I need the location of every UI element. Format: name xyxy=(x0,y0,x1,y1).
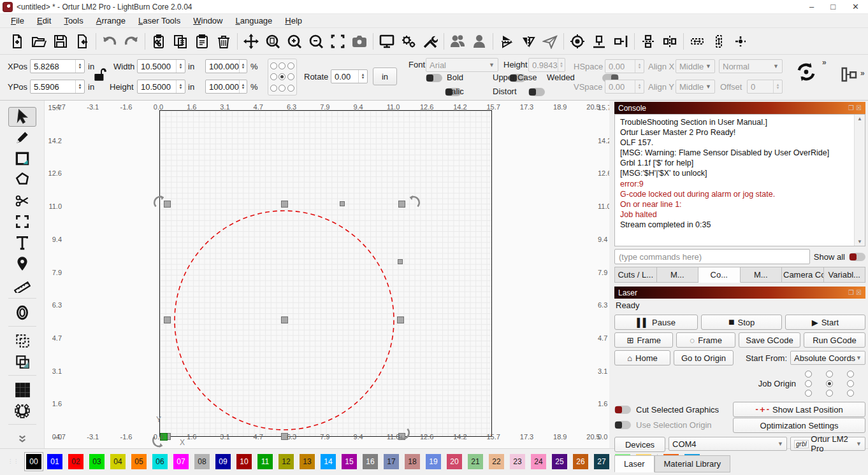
flip-horizontal-icon[interactable] xyxy=(517,31,539,52)
delete-icon[interactable] xyxy=(213,31,235,52)
align-bottom-icon[interactable] xyxy=(588,31,610,52)
pause-button[interactable]: ▌▌Pause xyxy=(614,315,698,330)
selected-circle-shape[interactable] xyxy=(45,101,609,448)
frame-circle-button[interactable]: ◌Frame xyxy=(676,332,735,348)
toolbar-overflow-chevron[interactable]: » xyxy=(822,58,827,67)
menu-window[interactable]: Window xyxy=(187,15,228,27)
menu-arrange[interactable]: Arrange xyxy=(90,15,131,27)
palette-color-24[interactable]: 24 xyxy=(531,454,546,469)
rotate-handle-top-left[interactable] xyxy=(153,195,167,209)
cut-shapes-tool-icon[interactable] xyxy=(8,191,36,211)
palette-color-02[interactable]: 02 xyxy=(68,454,83,469)
palette-color-03[interactable]: 03 xyxy=(89,454,105,469)
palette-color-25[interactable]: 25 xyxy=(552,454,567,469)
weld-shapes-tool-icon[interactable] xyxy=(8,330,36,350)
menu-help[interactable]: Help xyxy=(279,15,308,27)
maximize-button[interactable]: □ xyxy=(830,2,835,11)
palette-color-07[interactable]: 07 xyxy=(173,454,189,469)
copy-icon[interactable] xyxy=(170,31,191,52)
palette-color-20[interactable]: 20 xyxy=(447,454,462,469)
font-combo[interactable]: Arial▼ xyxy=(426,58,498,72)
aligny-combo[interactable]: Middle▼ xyxy=(676,80,715,94)
save-file-icon[interactable] xyxy=(50,31,71,52)
optimization-settings-button[interactable]: Optimization Settings xyxy=(733,418,865,433)
units-button[interactable]: in xyxy=(373,67,397,85)
selection-shear-handle-top[interactable] xyxy=(340,201,345,206)
width-field[interactable]: 10.5000▲▼ xyxy=(137,59,185,73)
boolean-tool-icon[interactable] xyxy=(8,351,36,371)
palette-color-26[interactable]: 26 xyxy=(573,454,588,469)
canvas-viewport[interactable]: Y X -4.7-4.7-3.1-3.1-1.6-1.60.00.01.61.6… xyxy=(45,101,609,448)
cut-selected-toggle[interactable] xyxy=(614,406,631,414)
use-selection-origin-toggle[interactable] xyxy=(614,421,631,429)
aspect-lock-icon[interactable] xyxy=(92,66,108,85)
float-panel-icon[interactable]: ❐ xyxy=(848,289,854,296)
palette-color-08[interactable]: 08 xyxy=(194,454,210,469)
dock-tab[interactable]: M... xyxy=(657,267,699,283)
font-height-field[interactable]: 0.9843▲▼ xyxy=(528,58,565,72)
palette-color-18[interactable]: 18 xyxy=(405,454,420,469)
ypos-field[interactable]: 5.5906▲▼ xyxy=(30,80,85,94)
show-position-icon[interactable] xyxy=(730,31,751,52)
start-from-combo[interactable]: Absolute Coords▼ xyxy=(790,351,865,365)
console-command-input[interactable]: (type commands here) xyxy=(614,249,810,264)
general-settings-icon[interactable] xyxy=(419,31,441,52)
palette-color-09[interactable]: 09 xyxy=(215,454,231,469)
measure-tool-icon[interactable] xyxy=(8,275,36,295)
palette-color-21[interactable]: 21 xyxy=(468,454,483,469)
refresh-text-icon[interactable] xyxy=(795,61,817,83)
cut-icon[interactable] xyxy=(148,31,170,52)
frame-rect-button[interactable]: ⊞Frame xyxy=(614,332,673,348)
zoom-in-icon[interactable] xyxy=(284,31,305,52)
palette-color-10[interactable]: 10 xyxy=(236,454,252,469)
height-field[interactable]: 10.5000▲▼ xyxy=(137,80,185,94)
send-icon[interactable] xyxy=(539,31,561,52)
draw-lines-tool-icon[interactable] xyxy=(8,128,36,148)
selection-handle-middle-left[interactable] xyxy=(164,316,171,323)
dock-tab[interactable]: Camera Co... xyxy=(782,267,824,283)
undo-icon[interactable] xyxy=(99,31,120,52)
text-mode-combo[interactable]: Normal▼ xyxy=(719,59,783,73)
new-file-icon[interactable] xyxy=(6,31,28,52)
selection-shear-handle-right[interactable] xyxy=(398,259,403,264)
selection-handle-middle-right[interactable] xyxy=(397,316,404,323)
circular-array-tool-icon[interactable] xyxy=(8,401,36,420)
float-panel-icon[interactable]: ❐ xyxy=(848,104,854,111)
flip-vertical-icon[interactable] xyxy=(496,31,517,52)
text-tool-icon[interactable] xyxy=(8,233,36,253)
dock-tab[interactable]: Cuts / L... xyxy=(614,267,657,283)
grid-array-tool-icon[interactable] xyxy=(8,379,36,399)
job-origin-grid[interactable] xyxy=(805,371,854,397)
palette-color-11[interactable]: 11 xyxy=(257,454,273,469)
selection-handle-top-right[interactable] xyxy=(398,201,405,208)
polygon-tool-icon[interactable] xyxy=(8,170,36,190)
distribute-vertical-icon[interactable] xyxy=(659,31,681,52)
stop-button[interactable]: ■Stop xyxy=(701,315,781,330)
palette-grip[interactable]: ⋮⋮ xyxy=(8,458,19,464)
palette-color-27[interactable]: 27 xyxy=(594,454,609,469)
devices-button[interactable]: Devices xyxy=(614,437,665,452)
palette-color-12[interactable]: 12 xyxy=(278,454,294,469)
panel-tab-laser[interactable]: Laser xyxy=(614,455,655,472)
width-percent-field[interactable]: 100.000▲▼ xyxy=(205,59,247,73)
close-button[interactable]: ✕ xyxy=(852,2,859,11)
same-height-icon[interactable] xyxy=(708,31,730,52)
console-output[interactable]: ▲▼ TroubleShooting Section in User Manua… xyxy=(614,114,865,246)
group-icon[interactable] xyxy=(447,31,468,52)
distribute-horizontal-icon[interactable] xyxy=(637,31,659,52)
dock-layout-icon[interactable] xyxy=(840,65,859,84)
align-right-icon[interactable] xyxy=(610,31,632,52)
home-button[interactable]: ⌂Home xyxy=(614,350,670,365)
zoom-out-icon[interactable] xyxy=(305,31,327,52)
port-combo[interactable]: COM4▼ xyxy=(669,437,787,451)
xpos-field[interactable]: 5.8268▲▼ xyxy=(30,59,85,73)
offset-shapes-tool-icon[interactable] xyxy=(8,302,36,322)
rotate-field[interactable]: 0.00▲▼ xyxy=(331,69,368,83)
camera-capture-icon[interactable] xyxy=(349,31,370,52)
more-tools-chevron-icon[interactable] xyxy=(8,429,36,448)
panel-tab-material-library[interactable]: Material Library xyxy=(655,455,731,472)
palette-color-19[interactable]: 19 xyxy=(426,454,441,469)
frame-selection-icon[interactable] xyxy=(327,31,349,52)
distort-toggle[interactable] xyxy=(528,88,545,96)
menu-tools[interactable]: Tools xyxy=(58,15,89,27)
